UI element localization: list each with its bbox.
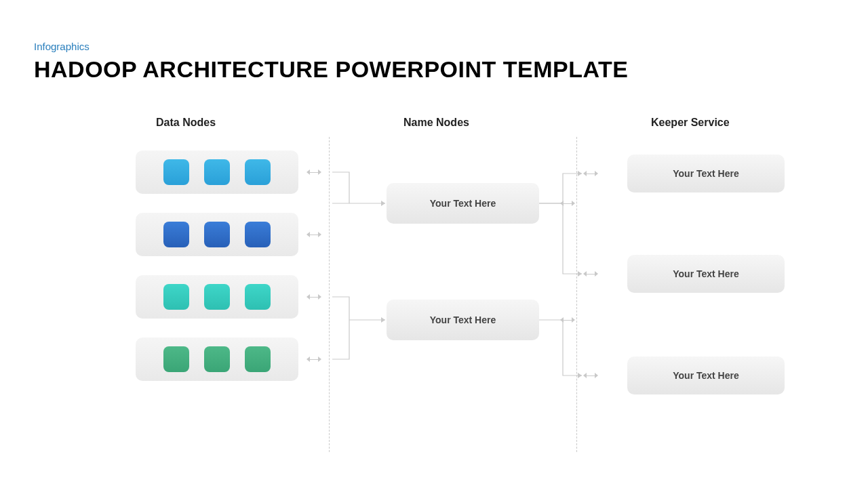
arrow-icon — [560, 200, 575, 207]
col-title-name-nodes: Name Nodes — [403, 117, 469, 129]
connector-left-bottom — [329, 286, 390, 367]
svg-marker-3 — [578, 271, 582, 277]
node-square-icon — [163, 346, 189, 372]
node-square-icon — [245, 346, 271, 372]
arrow-icon — [583, 372, 598, 379]
name-node-box-1: Your Text Here — [387, 183, 539, 224]
data-node-row-3 — [136, 275, 298, 319]
svg-marker-4 — [578, 373, 582, 378]
node-square-icon — [163, 222, 189, 247]
col-title-keeper-service: Keeper Service — [651, 117, 730, 129]
arrow-icon — [583, 270, 598, 277]
node-square-icon — [163, 159, 189, 185]
diagram: Data Nodes Name Nodes Keeper Service You… — [61, 117, 807, 462]
arrow-icon — [307, 231, 321, 238]
keeper-box-1: Your Text Here — [627, 155, 785, 192]
node-square-icon — [245, 159, 271, 185]
keeper-box-3: Your Text Here — [627, 357, 785, 394]
svg-marker-2 — [578, 171, 582, 176]
connector-right-1 — [539, 164, 587, 218]
node-square-icon — [204, 346, 230, 372]
node-square-icon — [163, 284, 189, 310]
arrow-icon — [583, 170, 598, 177]
svg-marker-0 — [381, 201, 385, 206]
category-label: Infographics — [34, 41, 834, 52]
connector-left-top — [329, 164, 390, 211]
arrow-icon — [560, 317, 575, 323]
keeper-box-2: Your Text Here — [627, 255, 785, 293]
divider-left — [329, 137, 330, 452]
svg-marker-1 — [381, 317, 385, 323]
node-square-icon — [204, 284, 230, 310]
name-node-box-2: Your Text Here — [387, 300, 539, 340]
node-square-icon — [245, 222, 271, 247]
node-square-icon — [204, 159, 230, 185]
arrow-icon — [307, 169, 321, 176]
connector-right-3 — [539, 313, 587, 381]
data-node-row-1 — [136, 150, 298, 194]
node-square-icon — [245, 284, 271, 310]
connector-right-2 — [539, 198, 587, 279]
divider-right — [576, 137, 577, 452]
page-title: HADOOP ARCHITECTURE POWERPOINT TEMPLATE — [34, 56, 834, 83]
data-node-row-2 — [136, 213, 298, 256]
arrow-icon — [307, 356, 321, 363]
data-node-row-4 — [136, 338, 298, 381]
node-square-icon — [204, 222, 230, 247]
arrow-icon — [307, 293, 321, 300]
col-title-data-nodes: Data Nodes — [156, 117, 216, 129]
header: Infographics HADOOP ARCHITECTURE POWERPO… — [0, 0, 868, 83]
